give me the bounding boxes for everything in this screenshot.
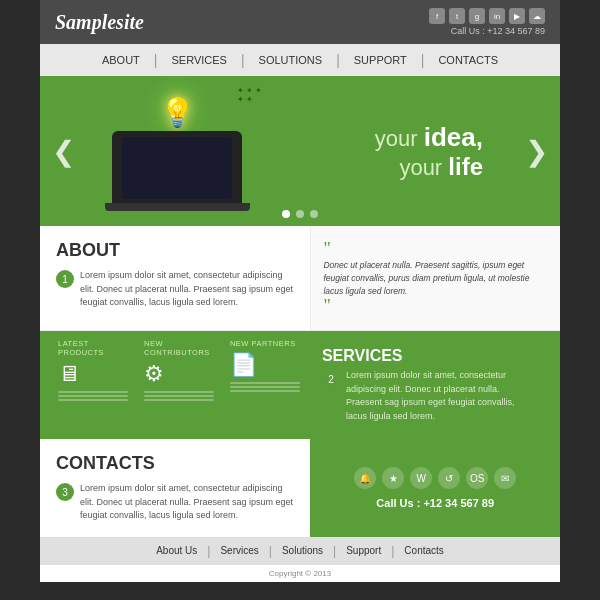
product-icon-2: ⚙ <box>144 361 214 387</box>
hero-dot-1[interactable] <box>282 210 290 218</box>
hero-your1: your <box>375 126 424 151</box>
nav: ABOUT | SERVICES | SOLUTIONS | SUPPORT |… <box>40 44 560 76</box>
contacts-content: 3 Lorem ipsum dolor sit amet, consectetu… <box>56 482 294 523</box>
contact-icon-mail[interactable]: ✉ <box>494 467 516 489</box>
product-line <box>230 386 300 388</box>
product-col-2: NEW CONTRIBUTORS ⚙ <box>138 339 220 431</box>
birds-decoration: ✦ ✦ ✦✦ ✦ <box>237 86 262 104</box>
footer-solutions[interactable]: Solutions <box>272 545 333 556</box>
logo: Samplesite <box>55 11 144 34</box>
nav-solutions[interactable]: SOLUTIONS <box>245 54 337 66</box>
hero-next-arrow[interactable]: ❯ <box>513 135 560 168</box>
social-icon-g[interactable]: g <box>469 8 485 24</box>
contact-icon-refresh[interactable]: ↺ <box>438 467 460 489</box>
services-content: 2 Lorem ipsum dolor sit amet, consectetu… <box>322 369 536 423</box>
about-title: ABOUT <box>56 240 294 261</box>
contacts-left: CONTACTS 3 Lorem ipsum dolor sit amet, c… <box>40 439 310 537</box>
header: Samplesite f t g in ▶ ☁ Call Us : +12 34… <box>40 0 560 44</box>
about-content: 1 Lorem ipsum dolor sit amet, consectetu… <box>56 269 294 310</box>
product-line <box>230 390 300 392</box>
hero-prev-arrow[interactable]: ❮ <box>40 135 87 168</box>
product-label-2: NEW CONTRIBUTORS <box>144 339 214 357</box>
contact-icon-bell[interactable]: 🔔 <box>354 467 376 489</box>
social-icon-yt[interactable]: ▶ <box>509 8 525 24</box>
hero-section: ❮ 💡 ✦ ✦ ✦✦ ✦ your idea, your life <box>40 76 560 226</box>
social-icon-rss[interactable]: ☁ <box>529 8 545 24</box>
product-col-3: NEW PARTNERS 📄 <box>224 339 306 431</box>
product-line <box>144 399 214 401</box>
services-text-area: SERVICES 2 Lorem ipsum dolor sit amet, c… <box>310 339 548 431</box>
about-left: ABOUT 1 Lorem ipsum dolor sit amet, cons… <box>40 226 310 330</box>
about-step-num: 1 <box>56 270 74 288</box>
product-lines-1 <box>58 391 128 401</box>
product-line <box>230 382 300 384</box>
hero-dots <box>282 210 318 218</box>
services-step-num: 2 <box>322 370 340 388</box>
contact-icon-os[interactable]: OS <box>466 467 488 489</box>
hero-life: life <box>448 153 483 180</box>
contact-icons-row: 🔔 ★ W ↺ OS ✉ <box>354 467 516 489</box>
products-strip: LATEST PRODUCTS 🖥 NEW CONTRIBUTORS ⚙ NEW… <box>40 331 560 439</box>
laptop-base <box>105 203 250 211</box>
social-icon-in[interactable]: in <box>489 8 505 24</box>
website-wrapper: Samplesite f t g in ▶ ☁ Call Us : +12 34… <box>40 0 560 582</box>
footer-about[interactable]: About Us <box>146 545 207 556</box>
product-lines-3 <box>230 382 300 392</box>
about-quote: Donec ut placerat nulla. Praesent sagitt… <box>323 259 548 297</box>
hero-dot-3[interactable] <box>310 210 318 218</box>
hero-tagline-line2: your life <box>375 153 483 181</box>
hero-tagline-line1: your idea, <box>375 122 483 153</box>
product-icon-3: 📄 <box>230 352 300 378</box>
hero-idea: idea, <box>424 122 483 152</box>
about-section: ABOUT 1 Lorem ipsum dolor sit amet, cons… <box>40 226 560 331</box>
product-line <box>144 395 214 397</box>
nav-about[interactable]: ABOUT <box>88 54 154 66</box>
product-line <box>144 391 214 393</box>
call-us-header: Call Us : +12 34 567 89 <box>429 26 545 36</box>
contact-icon-star[interactable]: ★ <box>382 467 404 489</box>
product-col-1: LATEST PRODUCTS 🖥 <box>52 339 134 431</box>
contacts-section: CONTACTS 3 Lorem ipsum dolor sit amet, c… <box>40 439 560 537</box>
about-right: " Donec ut placerat nulla. Praesent sagi… <box>310 226 560 330</box>
footer-support[interactable]: Support <box>336 545 391 556</box>
contacts-body-text: Lorem ipsum dolor sit amet, consectetur … <box>80 482 294 523</box>
services-title-strip: SERVICES <box>322 347 536 365</box>
product-label-1: LATEST PRODUCTS <box>58 339 128 357</box>
social-icon-t[interactable]: t <box>449 8 465 24</box>
quote-open: " <box>323 239 330 259</box>
product-line <box>58 399 128 401</box>
quote-close: " <box>323 296 330 316</box>
hero-text: your idea, your life <box>375 122 503 181</box>
footer-contacts[interactable]: Contacts <box>394 545 453 556</box>
contact-phone: Call Us : +12 34 567 89 <box>376 497 494 509</box>
bulb-icon: 💡 <box>160 96 195 129</box>
hero-your2: your <box>399 155 448 180</box>
laptop-screen <box>122 137 232 199</box>
about-body-text: Lorem ipsum dolor sit amet, consectetur … <box>80 269 294 310</box>
footer-nav: About Us | Services | Solutions | Suppor… <box>40 537 560 565</box>
footer-services[interactable]: Services <box>210 545 268 556</box>
services-body-text: Lorem ipsum dolor sit amet, consectetur … <box>346 369 536 423</box>
laptop-body <box>112 131 242 211</box>
social-icon-f[interactable]: f <box>429 8 445 24</box>
hero-content: 💡 ✦ ✦ ✦✦ ✦ your idea, your life <box>87 91 513 211</box>
social-icons: f t g in ▶ ☁ <box>429 8 545 24</box>
nav-support[interactable]: SUPPORT <box>340 54 421 66</box>
header-right: f t g in ▶ ☁ Call Us : +12 34 567 89 <box>429 8 545 36</box>
hero-dot-2[interactable] <box>296 210 304 218</box>
hero-image: 💡 ✦ ✦ ✦✦ ✦ <box>97 91 257 211</box>
product-icon-1: 🖥 <box>58 361 128 387</box>
product-label-3: NEW PARTNERS <box>230 339 300 348</box>
nav-services[interactable]: SERVICES <box>157 54 240 66</box>
nav-contacts[interactable]: CONTACTS <box>424 54 512 66</box>
contacts-right: 🔔 ★ W ↺ OS ✉ Call Us : +12 34 567 89 <box>310 439 560 537</box>
product-line <box>58 395 128 397</box>
contacts-title: CONTACTS <box>56 453 294 474</box>
contact-icon-w[interactable]: W <box>410 467 432 489</box>
footer-copyright: Copyright © 2013 <box>40 565 560 582</box>
contacts-step-num: 3 <box>56 483 74 501</box>
product-lines-2 <box>144 391 214 401</box>
product-line <box>58 391 128 393</box>
